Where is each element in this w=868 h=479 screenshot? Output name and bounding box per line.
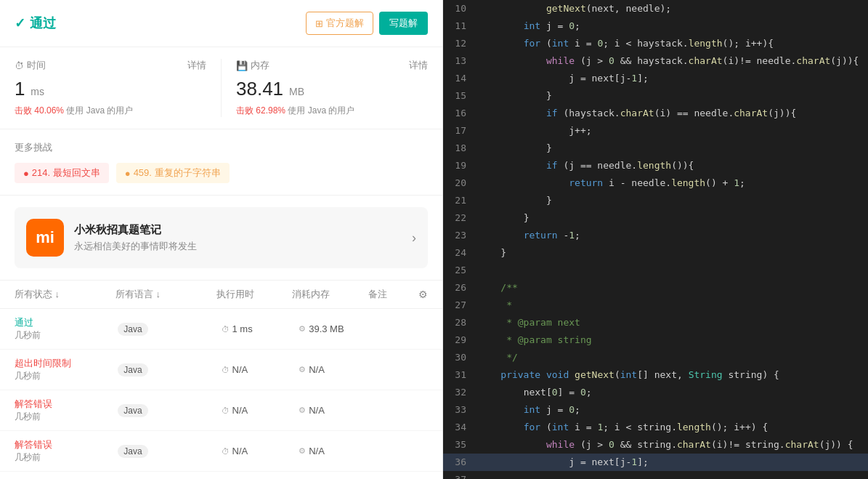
challenge-tag-459[interactable]: ● 459. 重复的子字符串 xyxy=(116,163,230,183)
mem-label-row: 💾 内存 详情 xyxy=(236,59,428,72)
time-unit: ms xyxy=(31,86,44,97)
mem-icon: ⚙ xyxy=(299,365,306,374)
th-memory[interactable]: 消耗内存 xyxy=(292,288,368,301)
line-code: j++; xyxy=(478,122,868,140)
time-ago: 几秒前 xyxy=(15,370,118,382)
table-row[interactable]: 超出时间限制 几秒前 Java ⏱ N/A ⚙ N/A xyxy=(0,350,442,390)
line-number: 13 xyxy=(443,52,478,70)
line-code: } xyxy=(478,140,868,157)
write-solution-button[interactable]: 写题解 xyxy=(379,12,428,35)
mem-unit: MB xyxy=(289,86,304,97)
code-line: 31 private void getNext(int[] next, Stri… xyxy=(443,366,868,384)
time-value-row: 1 ms xyxy=(15,78,206,100)
code-line: 28 * @param next xyxy=(443,314,868,331)
code-line: 33 int j = 0; xyxy=(443,401,868,419)
official-solution-button[interactable]: ⊞ 官方题解 xyxy=(306,12,373,35)
line-code: * @param next xyxy=(478,314,868,331)
table-row[interactable]: 解答错误 几秒前 Java ⏱ N/A ⚙ N/A xyxy=(0,390,442,431)
time-detail-link[interactable]: 详情 xyxy=(187,59,206,72)
code-line: 22 } xyxy=(443,209,868,227)
line-number: 11 xyxy=(443,17,478,35)
line-number: 20 xyxy=(443,174,478,192)
col-status: 解答错误 几秒前 xyxy=(15,398,118,423)
code-line: 21 } xyxy=(443,192,868,209)
th-status[interactable]: 所有状态 ↓ xyxy=(15,288,115,301)
lang-badge: Java xyxy=(118,445,147,458)
line-code: } xyxy=(478,87,868,105)
line-code: /** xyxy=(478,279,868,297)
line-number: 31 xyxy=(443,366,478,384)
code-line: 13 while (j > 0 && haystack.charAt(i)!= … xyxy=(443,52,868,70)
clock-icon: ⏱ xyxy=(222,366,230,374)
line-number: 23 xyxy=(443,227,478,244)
time-beat-pct: 击败 40.06% xyxy=(15,105,64,116)
line-number: 21 xyxy=(443,192,478,209)
col-language: Java xyxy=(118,323,221,336)
status-pass: 通过 xyxy=(15,316,118,329)
table-row[interactable]: 通过 几秒前 Java xyxy=(0,472,442,479)
settings-icon[interactable]: ⚙ xyxy=(418,289,428,300)
runtime-val: ⏱ N/A xyxy=(222,446,299,456)
runtime-val: ⏱ 1 ms xyxy=(222,323,299,334)
challenge-label-459: 459. 重复的子字符串 xyxy=(134,166,221,180)
line-number: 16 xyxy=(443,105,478,122)
time-label: 时间 xyxy=(27,59,46,72)
col-status: 解答错误 几秒前 xyxy=(15,438,118,464)
table-row[interactable]: 通过 几秒前 Java ⏱ 1 ms ⚙ 39.3 MB xyxy=(0,309,442,350)
code-line: 12 for (int i = 0; i < haystack.length()… xyxy=(443,35,868,52)
th-language[interactable]: 所有语言 ↓ xyxy=(115,288,216,301)
clock-icon: ⏱ xyxy=(15,60,24,71)
passed-label: 通过 xyxy=(30,15,56,32)
ad-subtitle: 永远相信美好的事情即将发生 xyxy=(74,240,402,253)
th-runtime[interactable]: 执行用时 xyxy=(216,288,292,301)
code-line: 30 */ xyxy=(443,349,868,366)
challenges-section: 更多挑战 ● 214. 最短回文串 ● 459. 重复的子字符串 xyxy=(0,129,442,196)
th-notes[interactable]: 备注 xyxy=(368,288,419,301)
line-code: j = next[j-1]; xyxy=(478,454,868,471)
lang-badge: Java xyxy=(118,323,147,336)
line-code: } xyxy=(478,209,868,227)
code-line: 23 return -1; xyxy=(443,227,868,244)
official-btn-label: 官方题解 xyxy=(326,17,364,30)
time-ago: 几秒前 xyxy=(15,329,118,342)
col-status: 超出时间限制 几秒前 xyxy=(15,357,118,382)
line-code xyxy=(478,471,868,479)
code-line: 15 } xyxy=(443,87,868,105)
status-err: 解答错误 xyxy=(15,398,118,411)
ad-banner[interactable]: mi 小米秋招真题笔记 永远相信美好的事情即将发生 › xyxy=(15,207,428,268)
th-memory-label: 消耗内存 xyxy=(292,288,330,301)
th-runtime-label: 执行用时 xyxy=(216,288,254,301)
ad-icon: mi xyxy=(26,219,64,257)
ad-section: mi 小米秋招真题笔记 永远相信美好的事情即将发生 › xyxy=(0,196,442,281)
mem-detail-link[interactable]: 详情 xyxy=(409,59,428,72)
table-row[interactable]: 解答错误 几秒前 Java ⏱ N/A ⚙ N/A xyxy=(0,431,442,472)
line-number: 12 xyxy=(443,35,478,52)
line-number: 37 xyxy=(443,471,478,479)
line-number: 33 xyxy=(443,401,478,419)
code-line: 36 j = next[j-1]; xyxy=(443,454,868,471)
code-line: 25 xyxy=(443,262,868,279)
line-number: 30 xyxy=(443,349,478,366)
mem-icon: 💾 xyxy=(236,60,248,71)
line-number: 29 xyxy=(443,331,478,349)
challenges-title: 更多挑战 xyxy=(15,141,428,154)
header-buttons: ⊞ 官方题解 写题解 xyxy=(306,12,428,35)
line-code xyxy=(478,262,868,279)
code-line: 17 j++; xyxy=(443,122,868,140)
challenge-tags: ● 214. 最短回文串 ● 459. 重复的子字符串 xyxy=(15,163,428,183)
col-memory: ⚙ N/A xyxy=(299,405,376,416)
code-container[interactable]: 10 getNext(next, needle);11 int j = 0;12… xyxy=(443,0,868,479)
line-number: 27 xyxy=(443,297,478,314)
col-memory: ⚙ 39.3 MB xyxy=(299,323,376,334)
line-code: } xyxy=(478,192,868,209)
code-line: 37 xyxy=(443,471,868,479)
line-number: 32 xyxy=(443,384,478,401)
ad-title: 小米秋招真题笔记 xyxy=(74,223,402,237)
mem-icon: ⚙ xyxy=(299,446,306,456)
code-line: 26 /** xyxy=(443,279,868,297)
mem-icon: ⚙ xyxy=(299,406,306,415)
clock-icon: ⏱ xyxy=(222,447,230,456)
memory-val: ⚙ N/A xyxy=(299,405,376,416)
challenge-tag-214[interactable]: ● 214. 最短回文串 xyxy=(15,163,109,183)
lang-badge: Java xyxy=(118,404,147,417)
